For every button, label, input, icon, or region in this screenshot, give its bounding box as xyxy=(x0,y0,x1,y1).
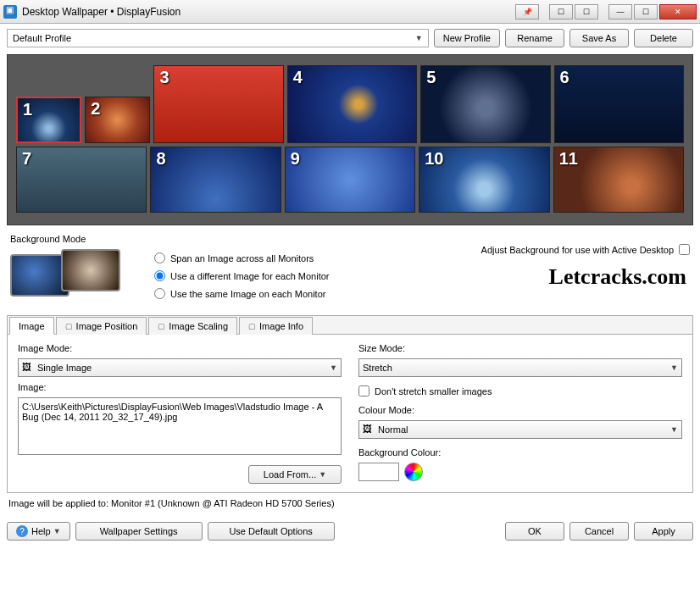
profile-select-value: Default Profile xyxy=(13,33,71,43)
radio-different[interactable]: Use a different Image for each Monitor xyxy=(154,270,330,281)
profile-bar: Default Profile ▼ New Profile Rename Sav… xyxy=(7,29,693,47)
maximize-button[interactable]: ☐ xyxy=(634,4,658,19)
monitor-9[interactable]: 9 xyxy=(285,147,415,213)
help-icon: ? xyxy=(16,525,28,537)
monitors-panel: 1 2 3 4 5 6 7 8 9 10 11 xyxy=(7,54,693,225)
tab-strip: Image ▢Image Position ▢Image Scaling ▢Im… xyxy=(8,316,692,335)
profile-select[interactable]: Default Profile ▼ xyxy=(7,29,429,47)
close-button[interactable]: ✕ xyxy=(659,4,697,19)
dont-stretch-checkbox[interactable] xyxy=(358,385,369,396)
background-mode-heading: Background Mode xyxy=(10,234,690,244)
pin-icon: ▢ xyxy=(158,322,165,330)
monitor-2[interactable]: 2 xyxy=(85,97,150,143)
new-profile-button[interactable]: New Profile xyxy=(434,29,500,47)
tabs-section: Image ▢Image Position ▢Image Scaling ▢Im… xyxy=(7,315,693,493)
monitor-1[interactable]: 1 xyxy=(16,97,81,143)
use-default-options-button[interactable]: Use Default Options xyxy=(208,522,335,541)
colour-mode-label: Colour Mode: xyxy=(358,405,682,415)
monitor-11[interactable]: 11 xyxy=(553,147,684,213)
monitor-10[interactable]: 10 xyxy=(419,147,549,213)
image-mode-label: Image Mode: xyxy=(18,343,342,353)
monitor-icon-2 xyxy=(61,249,120,291)
save-as-button[interactable]: Save As xyxy=(569,29,629,47)
minimize-button[interactable]: — xyxy=(608,4,632,19)
adjust-active-desktop-checkbox[interactable] xyxy=(679,244,690,255)
tab-image-scaling[interactable]: ▢Image Scaling xyxy=(148,317,237,335)
background-mode-section: Background Mode Span an Image across all… xyxy=(7,225,693,315)
ok-button[interactable]: OK xyxy=(505,522,564,541)
monitor-5[interactable]: 5 xyxy=(420,65,550,143)
aux1-button[interactable]: ☐ xyxy=(549,4,573,19)
image-icon: 🖼 xyxy=(363,424,375,435)
chevron-down-icon: ▼ xyxy=(330,363,337,372)
image-label: Image: xyxy=(18,382,342,392)
radio-span[interactable]: Span an Image across all Monitors xyxy=(154,252,330,263)
monitor-preview-icons xyxy=(10,249,137,308)
tab-image[interactable]: Image xyxy=(9,317,54,335)
bottom-bar: ?Help ▼ Wallpaper Settings Use Default O… xyxy=(0,513,700,549)
monitor-3[interactable]: 3 xyxy=(153,65,283,143)
monitor-8[interactable]: 8 xyxy=(150,147,281,213)
apply-button[interactable]: Apply xyxy=(634,522,693,541)
aux2-button[interactable]: ☐ xyxy=(575,4,598,19)
chevron-down-icon: ▼ xyxy=(319,470,326,479)
tab-image-position[interactable]: ▢Image Position xyxy=(56,317,147,335)
window-title: Desktop Wallpaper • DisplayFusion xyxy=(22,6,514,18)
pin-icon: ▢ xyxy=(248,322,256,330)
adjust-active-desktop[interactable]: Adjust Background for use with Active De… xyxy=(481,244,690,255)
image-icon: 🖼 xyxy=(22,362,34,374)
delete-button[interactable]: Delete xyxy=(634,29,693,47)
colour-picker-button[interactable] xyxy=(404,463,423,481)
tab-image-info[interactable]: ▢Image Info xyxy=(239,317,313,335)
chevron-down-icon: ▼ xyxy=(53,527,61,535)
chevron-down-icon: ▼ xyxy=(415,34,423,42)
image-path-field[interactable]: C:\Users\Keith\Pictures\DisplayFusion\We… xyxy=(18,397,342,455)
load-from-button[interactable]: Load From... ▼ xyxy=(248,465,342,484)
monitor-4[interactable]: 4 xyxy=(287,65,417,143)
wallpaper-settings-button[interactable]: Wallpaper Settings xyxy=(75,522,203,541)
bg-colour-swatch[interactable] xyxy=(358,463,399,481)
image-mode-select[interactable]: 🖼Single Image ▼ xyxy=(18,358,342,377)
radio-same[interactable]: Use the same Image on each Monitor xyxy=(154,288,330,299)
size-mode-label: Size Mode: xyxy=(358,343,682,353)
pin-icon: ▢ xyxy=(65,322,73,330)
cancel-button[interactable]: Cancel xyxy=(569,522,629,541)
titlebar: Desktop Wallpaper • DisplayFusion 📌 ☐ ☐ … xyxy=(0,0,700,24)
app-icon xyxy=(3,5,17,19)
bg-colour-label: Background Colour: xyxy=(358,447,682,458)
size-mode-select[interactable]: Stretch ▼ xyxy=(358,358,682,377)
pin-button[interactable]: 📌 xyxy=(515,4,539,19)
dont-stretch-row[interactable]: Don't stretch smaller images xyxy=(358,385,682,396)
help-button[interactable]: ?Help ▼ xyxy=(7,522,70,541)
watermark-text: Letcracks.com xyxy=(549,264,686,290)
chevron-down-icon: ▼ xyxy=(670,425,678,434)
colour-mode-select[interactable]: 🖼Normal ▼ xyxy=(358,420,682,439)
monitor-6[interactable]: 6 xyxy=(554,65,684,143)
monitor-7[interactable]: 7 xyxy=(16,147,147,213)
chevron-down-icon: ▼ xyxy=(670,363,678,372)
rename-button[interactable]: Rename xyxy=(505,29,564,47)
status-text: Image will be applied to: Monitor #1 (Un… xyxy=(7,493,693,508)
